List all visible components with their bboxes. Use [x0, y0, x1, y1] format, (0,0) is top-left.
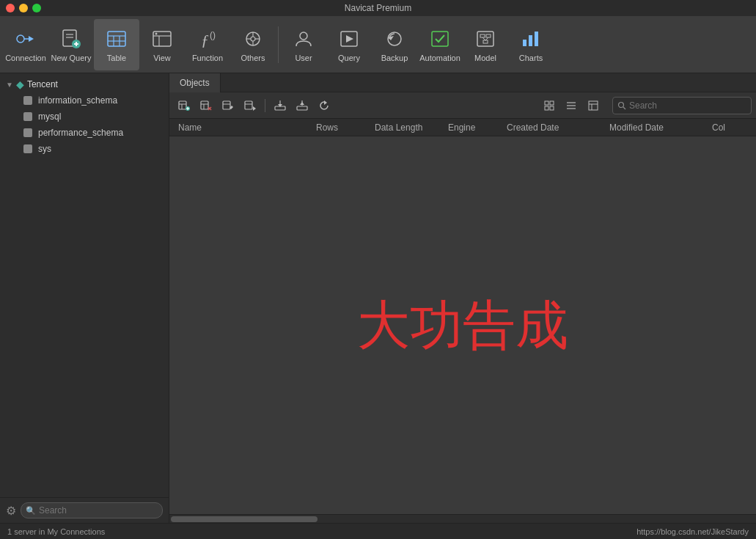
export-button[interactable]	[292, 97, 312, 114]
view-icon	[150, 27, 174, 51]
svg-point-75	[619, 102, 624, 107]
edit-table-button[interactable]	[218, 97, 238, 114]
svg-rect-68	[550, 106, 554, 110]
titlebar: Navicat Premium	[0, 0, 756, 16]
new-query-icon	[59, 27, 83, 51]
settings-icon[interactable]: ⚙	[6, 504, 16, 518]
window-title: Navicat Premium	[345, 3, 411, 13]
svg-rect-66	[550, 101, 554, 105]
charts-icon	[519, 27, 543, 51]
toolbar-view-label: View	[153, 54, 171, 62]
col-header-created-date: Created Date	[507, 122, 609, 133]
toolbar-backup[interactable]: Backup	[372, 19, 417, 70]
user-icon	[292, 27, 315, 51]
toolbar-model[interactable]: Model	[463, 19, 508, 70]
list-view-button[interactable]	[561, 97, 581, 114]
big-text-label: 大功告成	[357, 290, 568, 361]
db-icon: ◆	[16, 78, 24, 90]
toolbar-charts-label: Charts	[519, 54, 543, 62]
new-table-button[interactable]	[174, 97, 194, 114]
toolbar-query-label: Query	[338, 54, 360, 62]
toolbar-query[interactable]: Query	[326, 19, 372, 70]
delete-table-button[interactable]	[196, 97, 216, 114]
content-main: 大功告成	[169, 136, 756, 514]
toolbar-connection[interactable]: Connection	[3, 19, 48, 70]
svg-rect-36	[483, 40, 488, 43]
sidebar-search-input[interactable]	[21, 502, 163, 518]
svg-line-38	[485, 37, 488, 40]
svg-rect-9	[108, 32, 125, 46]
statusbar: 1 server in My Connections https://blog.…	[0, 523, 756, 539]
sidebar-connection-tencent[interactable]: ▼ ◆ Tencent	[0, 76, 169, 92]
search-input[interactable]	[629, 100, 746, 111]
close-button[interactable]	[6, 4, 15, 12]
svg-marker-64	[324, 100, 327, 105]
connection-icon	[14, 27, 37, 51]
connection-label: Tencent	[27, 79, 58, 89]
traffic-lights	[6, 4, 41, 12]
sidebar-item-sys[interactable]: sys	[0, 141, 169, 157]
refresh-button[interactable]	[314, 97, 334, 114]
search-icon	[617, 101, 626, 110]
toolbar-separator	[265, 99, 265, 112]
svg-text:): )	[213, 30, 216, 40]
svg-rect-33	[477, 32, 493, 46]
schema-icon	[23, 144, 32, 153]
toolbar-automation-label: Automation	[419, 54, 460, 62]
toolbar-user[interactable]: User	[281, 19, 326, 70]
maximize-button[interactable]	[32, 4, 41, 12]
grid-view-button[interactable]	[539, 97, 559, 114]
schema-name: information_schema	[38, 95, 117, 106]
svg-rect-65	[545, 101, 548, 105]
import-button[interactable]	[270, 97, 290, 114]
toolbar-function[interactable]: ƒ ( ) Function	[185, 19, 230, 70]
svg-rect-61	[297, 106, 307, 110]
sidebar-item-mysql[interactable]: mysql	[0, 109, 169, 125]
schema-name: mysql	[38, 111, 61, 122]
toolbar-new-query[interactable]: New Query	[48, 19, 94, 70]
scroll-thumb[interactable]	[171, 516, 318, 522]
toolbar-others[interactable]: Others	[230, 19, 276, 70]
svg-rect-53	[223, 101, 230, 109]
svg-marker-63	[300, 102, 304, 105]
svg-rect-39	[523, 40, 526, 46]
svg-rect-40	[529, 35, 532, 46]
svg-rect-41	[535, 32, 538, 46]
horizontal-scrollbar[interactable]	[169, 514, 756, 523]
svg-marker-2	[29, 36, 34, 42]
col-header-data-length: Data Length	[375, 122, 448, 133]
svg-line-37	[482, 37, 485, 40]
sidebar-search-wrap: 🔍	[21, 502, 163, 518]
view-toggle-group	[539, 97, 603, 114]
sidebar-item-performance-schema[interactable]: performance_schema	[0, 125, 169, 141]
toolbar-table[interactable]: Table	[94, 19, 139, 70]
svg-point-27	[300, 32, 307, 40]
svg-point-0	[17, 35, 24, 43]
col-header-name: Name	[169, 122, 316, 133]
search-icon: 🔍	[26, 506, 36, 516]
sidebar-tree: ▼ ◆ Tencent information_schema mysql per…	[0, 73, 169, 497]
open-table-button[interactable]	[240, 97, 260, 114]
query-icon	[337, 27, 361, 51]
svg-rect-55	[245, 101, 252, 109]
chevron-down-icon: ▼	[6, 81, 13, 89]
sidebar: ▼ ◆ Tencent information_schema mysql per…	[0, 73, 169, 523]
toolbar-charts[interactable]: Charts	[508, 19, 554, 70]
toolbar-others-label: Others	[241, 54, 265, 62]
toolbar-view[interactable]: View	[139, 19, 185, 70]
minimize-button[interactable]	[19, 4, 28, 12]
col-header-engine: Engine	[448, 122, 507, 133]
sidebar-item-information-schema[interactable]: information_schema	[0, 92, 169, 109]
col-header-rows: Rows	[316, 122, 375, 133]
model-icon	[474, 27, 497, 51]
toolbar-sep-1	[278, 26, 279, 63]
backup-icon	[383, 27, 406, 51]
svg-line-76	[623, 107, 625, 109]
objects-tab-bar: Objects	[169, 73, 756, 92]
toolbar-automation[interactable]: Automation	[417, 19, 463, 70]
content-area: Objects	[169, 73, 756, 523]
objects-tab[interactable]: Objects	[169, 73, 221, 92]
detail-view-button[interactable]	[583, 97, 603, 114]
svg-point-22	[251, 37, 255, 41]
automation-icon	[428, 27, 452, 51]
